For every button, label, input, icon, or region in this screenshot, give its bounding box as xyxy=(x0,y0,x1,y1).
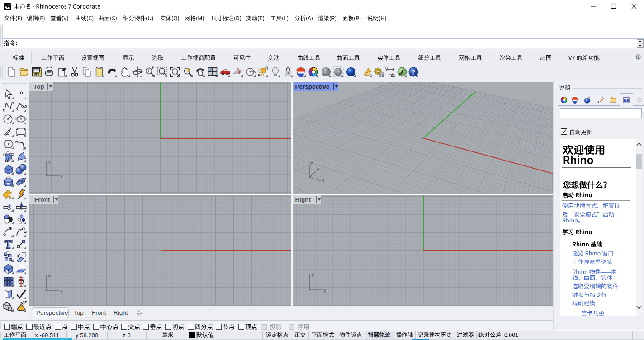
svg-text:z: z xyxy=(312,273,314,278)
svg-text:z: z xyxy=(48,274,51,279)
svg-text:y: y xyxy=(323,288,326,293)
svg-text:x: x xyxy=(60,174,63,179)
svg-text:y: y xyxy=(317,166,320,171)
svg-text:?: ? xyxy=(412,69,415,76)
svg-text:x: x xyxy=(322,177,325,183)
svg-text:x: x xyxy=(60,288,63,294)
svg-text:z: z xyxy=(310,162,313,166)
svg-text:?: ? xyxy=(625,99,628,103)
svg-text:y: y xyxy=(48,159,51,164)
